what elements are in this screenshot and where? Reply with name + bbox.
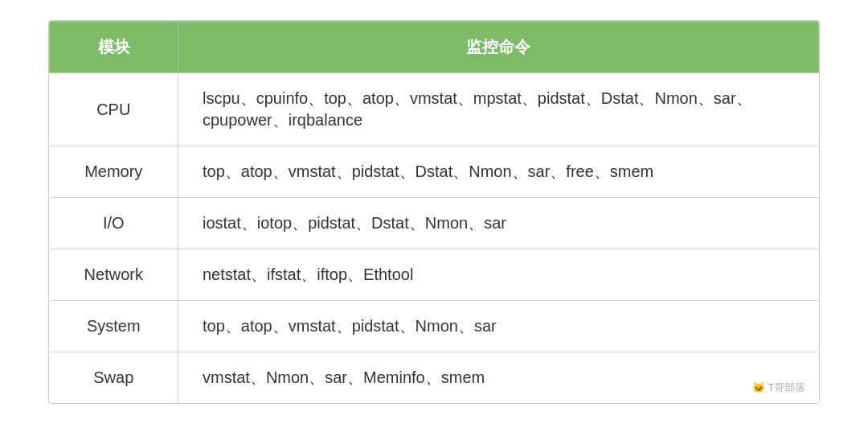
table-row: I/Oiostat、iotop、pidstat、Dstat、Nmon、sar <box>50 198 819 249</box>
module-cell: I/O <box>50 198 178 249</box>
table-row: Networknetstat、ifstat、iftop、Ethtool <box>50 249 819 301</box>
table-row: Systemtop、atop、vmstat、pidstat、Nmon、sar <box>50 301 819 352</box>
header-module: 模块 <box>50 22 178 73</box>
commands-cell: top、atop、vmstat、pidstat、Dstat、Nmon、sar、f… <box>178 146 819 198</box>
table-row: Swapvmstat、Nmon、sar、Meminfo、smem🐱 T哥部落 <box>50 352 819 404</box>
module-cell: System <box>50 301 178 352</box>
module-cell: Memory <box>50 146 178 198</box>
module-cell: Network <box>50 249 178 301</box>
commands-cell: iostat、iotop、pidstat、Dstat、Nmon、sar <box>178 198 819 249</box>
commands-cell: lscpu、cpuinfo、top、atop、vmstat、mpstat、pid… <box>178 73 819 146</box>
watermark: 🐱 T哥部落 <box>752 381 805 395</box>
module-cell: CPU <box>50 73 178 146</box>
module-cell: Swap <box>50 352 178 404</box>
table-header-row: 模块 监控命令 <box>50 22 819 73</box>
table-row: CPUlscpu、cpuinfo、top、atop、vmstat、mpstat、… <box>50 73 819 146</box>
commands-cell: top、atop、vmstat、pidstat、Nmon、sar <box>178 301 819 352</box>
monitoring-table: 模块 监控命令 CPUlscpu、cpuinfo、top、atop、vmstat… <box>49 21 819 403</box>
commands-cell: vmstat、Nmon、sar、Meminfo、smem🐱 T哥部落 <box>178 352 819 404</box>
commands-cell: netstat、ifstat、iftop、Ethtool <box>178 249 819 301</box>
header-commands: 监控命令 <box>178 22 819 73</box>
main-table-wrapper: 模块 监控命令 CPUlscpu、cpuinfo、top、atop、vmstat… <box>48 20 820 404</box>
table-row: Memorytop、atop、vmstat、pidstat、Dstat、Nmon… <box>50 146 819 198</box>
